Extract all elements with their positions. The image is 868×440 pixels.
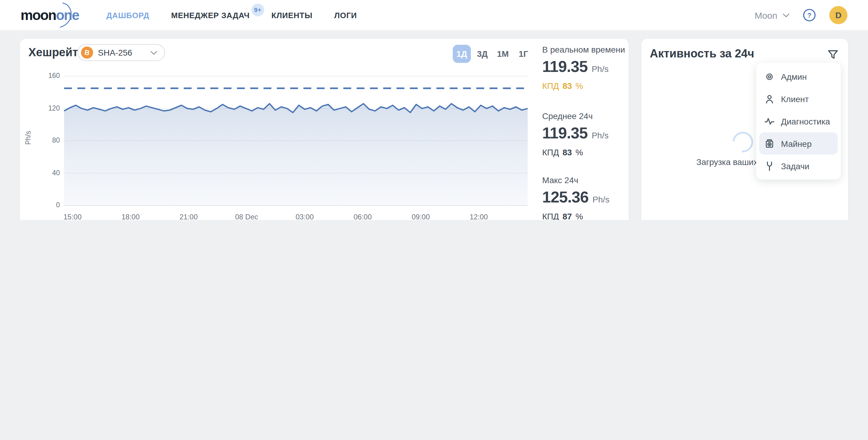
x-tick: 03:00 [289, 213, 320, 220]
nav-item[interactable]: ЛОГИ [334, 10, 357, 20]
activity-title: Активность за 24ч [650, 47, 754, 60]
chevron-down-icon [151, 51, 157, 55]
range-button[interactable]: 1Д [453, 45, 471, 63]
x-tick: 08 Dec [231, 213, 262, 220]
menu-item[interactable]: Админ [759, 65, 838, 88]
chevron-down-icon [783, 13, 789, 17]
account-label: Moon [755, 10, 777, 20]
help-icon[interactable]: ? [803, 8, 816, 22]
stat-label: Макс 24ч [542, 175, 624, 185]
time-range-buttons: 1Д 3Д 1М 1Г [453, 45, 532, 63]
algorithm-select[interactable]: B SHA-256 [78, 44, 165, 61]
stat-value: 125.36 [542, 188, 588, 206]
nav-item[interactable]: ДАШБОРД [106, 10, 149, 20]
x-tick: 18:00 [115, 213, 146, 220]
stat-block: В реальном времени 119.35 Ph/s КПД 83 % [542, 45, 624, 91]
stat-efficiency: КПД 83 % [542, 81, 624, 91]
algorithm-value: SHA-256 [98, 48, 132, 57]
x-tick: 15:00 [57, 213, 88, 220]
stat-unit: Ph/s [593, 195, 610, 204]
stat-label: В реальном времени [542, 45, 624, 54]
svg-text:?: ? [807, 11, 811, 19]
gear-icon [765, 72, 774, 81]
hashrate-chart [38, 69, 534, 220]
stat-efficiency: КПД 87 % [542, 212, 624, 220]
menu-item[interactable]: Диагностика [759, 110, 838, 132]
stat-label: Среднее 24ч [542, 111, 624, 121]
range-button[interactable]: 1М [494, 45, 512, 63]
x-tick: 12:00 [463, 213, 494, 220]
logo-text-1: moon [21, 7, 56, 23]
stat-unit: Ph/s [592, 130, 609, 140]
account-menu[interactable]: Moon [755, 10, 789, 20]
wrench-icon [765, 161, 774, 171]
menu-item[interactable]: Майнер [759, 132, 838, 155]
hashrate-panel: Хешрейт B SHA-256 1Д 3Д 1М 1Г Ph/s 16012… [20, 39, 629, 220]
y-tick: 160 [31, 72, 60, 79]
x-tick: 06:00 [347, 213, 378, 220]
bitcoin-icon: B [81, 46, 93, 59]
filter-dropdown-menu: Админ Клиент Диагностика Майнер Задачи [756, 63, 841, 180]
x-tick: 09:00 [405, 213, 436, 220]
logo[interactable]: moonone [21, 7, 81, 23]
nav-items: ДАШБОРД МЕНЕДЖЕР ЗАДАЧ 9+ КЛИЕНТЫ ЛОГИ [106, 10, 357, 20]
nav-badge: 9+ [251, 3, 264, 16]
logo-arc-icon [52, 1, 80, 28]
stat-block: Макс 24ч 125.36 Ph/s КПД 87 % [542, 175, 624, 220]
nav-item[interactable]: МЕНЕДЖЕР ЗАДАЧ 9+ [171, 10, 250, 20]
y-tick: 80 [31, 136, 60, 144]
top-nav: moonone ДАШБОРД МЕНЕДЖЕР ЗАДАЧ 9+ КЛИЕНТ… [0, 0, 868, 30]
x-tick: 21:00 [173, 213, 204, 220]
pulse-icon [765, 116, 774, 126]
avatar[interactable]: D [829, 6, 847, 24]
hashrate-title: Хешрейт [28, 46, 78, 59]
nav-item[interactable]: КЛИЕНТЫ [271, 10, 312, 20]
y-tick: 40 [31, 169, 60, 176]
stat-value: 119.35 [542, 124, 588, 142]
menu-item[interactable]: Задачи [759, 155, 838, 177]
menu-item[interactable]: Клиент [759, 88, 838, 110]
stat-block: Среднее 24ч 119.35 Ph/s КПД 83 % [542, 111, 624, 157]
stat-efficiency: КПД 83 % [542, 148, 624, 157]
activity-panel: Активность за 24ч Загрузка ваших Админ К… [641, 39, 848, 220]
range-button[interactable]: 1Г [515, 45, 532, 63]
range-button[interactable]: 3Д [473, 45, 491, 63]
y-tick: 0 [31, 201, 60, 209]
stat-value: 119.35 [542, 57, 588, 75]
stat-unit: Ph/s [592, 64, 609, 74]
user-icon [765, 94, 774, 104]
loading-text: Загрузка ваших [696, 157, 758, 167]
filter-icon[interactable] [828, 50, 838, 60]
miner-icon [765, 139, 774, 148]
loading-spinner [728, 128, 757, 157]
app-root: moonone ДАШБОРД МЕНЕДЖЕР ЗАДАЧ 9+ КЛИЕНТ… [0, 0, 868, 220]
nav-right: Moon ? D [755, 6, 847, 24]
y-tick: 120 [31, 104, 60, 112]
